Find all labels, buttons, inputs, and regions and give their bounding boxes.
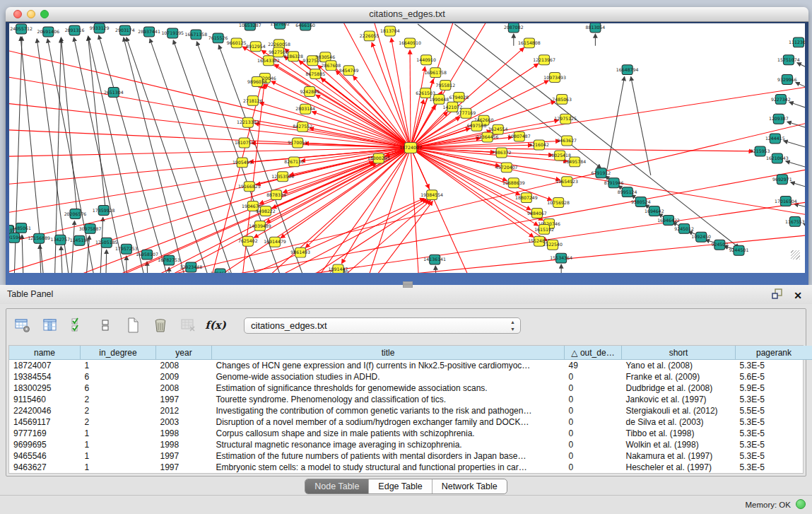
- graph-node[interactable]: 16154808: [518, 38, 541, 48]
- table-cell[interactable]: 2012: [156, 405, 212, 416]
- graph-node[interactable]: 1810755: [235, 138, 254, 148]
- graph-edge[interactable]: [366, 148, 411, 273]
- table-cell[interactable]: Changes of HCN gene expression and I(f) …: [212, 360, 565, 372]
- table-cell[interactable]: 1998: [156, 439, 212, 450]
- table-cell[interactable]: Structural magnetic resonance image aver…: [212, 439, 565, 450]
- graph-node[interactable]: 14136141: [423, 255, 446, 264]
- table-cell[interactable]: 5.5E-5: [736, 405, 812, 416]
- table-cell[interactable]: 2009: [156, 371, 212, 382]
- table-cell[interactable]: 0: [565, 462, 622, 473]
- table-row[interactable]: 2242004622012Investigating the contribut…: [9, 405, 812, 416]
- graph-node[interactable]: 10688639: [502, 178, 525, 188]
- table-cell[interactable]: Genome-wide association studies in ADHD.: [212, 371, 565, 382]
- delete-attribute-icon[interactable]: [150, 315, 171, 336]
- table-cell[interactable]: Jankovic et al. (1997): [622, 394, 736, 405]
- graph-node[interactable]: 24055712: [10, 24, 33, 34]
- graph-node[interactable]: 1694642: [645, 206, 664, 216]
- table-cell[interactable]: 5.3E-5: [736, 428, 812, 439]
- table-cell[interactable]: 9777169: [9, 428, 81, 439]
- graph-node[interactable]: 19166825: [238, 182, 261, 192]
- table-cell[interactable]: 5.9E-5: [736, 382, 812, 394]
- graph-edge[interactable]: [607, 77, 625, 171]
- graph-edge[interactable]: [61, 37, 76, 210]
- graph-edge[interactable]: [126, 37, 211, 273]
- graph-edge[interactable]: [804, 223, 805, 228]
- network-window-titlebar[interactable]: citations_edges.txt: [6, 7, 808, 22]
- window-zoom-button[interactable]: [40, 10, 49, 18]
- table-row[interactable]: 911546021997Tourette syndrome. Phenomeno…: [9, 394, 812, 405]
- table-cell[interactable]: 5.3E-5: [736, 462, 812, 473]
- table-cell[interactable]: 1: [81, 462, 156, 473]
- table-cell[interactable]: 0: [565, 439, 622, 450]
- table-row[interactable]: 946554611997Estimation of the future num…: [9, 450, 812, 462]
- table-cell[interactable]: 5.3E-5: [736, 439, 812, 450]
- table-row[interactable]: 969969511998Structural magnetic resonanc…: [9, 439, 812, 450]
- graph-node[interactable]: 1990448: [429, 94, 449, 104]
- graph-edge[interactable]: [342, 148, 411, 263]
- table-cell[interactable]: 2: [81, 405, 156, 416]
- table-cell[interactable]: Embryonic stem cells: a model to study s…: [212, 462, 565, 473]
- graph-node[interactable]: 7615526: [208, 33, 228, 43]
- column-select-icon[interactable]: [40, 315, 61, 336]
- graph-node[interactable]: 7955812: [435, 81, 455, 90]
- graph-node[interactable]: 1891447: [329, 264, 348, 273]
- table-cell[interactable]: 2: [81, 416, 156, 428]
- graph-edge[interactable]: [9, 100, 411, 148]
- table-cell[interactable]: 5.3E-5: [736, 394, 812, 405]
- table-cell[interactable]: 0: [565, 371, 622, 382]
- table-cell[interactable]: Franke et al. (2009): [622, 371, 736, 382]
- table-cell[interactable]: 9115460: [9, 394, 81, 405]
- table-cell[interactable]: 5.3E-5: [736, 416, 812, 428]
- graph-node[interactable]: 8675885: [305, 69, 325, 79]
- graph-node[interactable]: 16782753: [158, 255, 180, 265]
- graph-node[interactable]: 6466160: [295, 23, 315, 30]
- graph-node[interactable]: 10719195: [161, 28, 184, 38]
- table-cell[interactable]: 22420046: [9, 405, 81, 416]
- graph-edge[interactable]: [235, 201, 805, 273]
- graph-node[interactable]: 8215953: [751, 146, 770, 156]
- graph-node[interactable]: 19384554: [420, 190, 443, 200]
- graph-node[interactable]: 1813704: [380, 26, 400, 36]
- table-cell[interactable]: 5.6E-5: [736, 371, 812, 382]
- graph-node[interactable]: 9692971: [772, 175, 792, 185]
- table-cell[interactable]: 1: [81, 439, 156, 450]
- graph-node[interactable]: 9170051: [288, 138, 307, 148]
- table-row[interactable]: 1872400712008Changes of HCN gene express…: [9, 360, 812, 372]
- graph-edge[interactable]: [392, 38, 411, 148]
- table-cell[interactable]: Tibbo et al. (1998): [622, 428, 736, 439]
- graph-node[interactable]: 9227342: [771, 94, 791, 104]
- table-row[interactable]: 1938455462009Genome-wide association stu…: [9, 371, 812, 382]
- graph-node[interactable]: 3915941: [9, 233, 24, 243]
- graph-node[interactable]: 9463627: [557, 136, 577, 146]
- table-cell[interactable]: 2008: [156, 382, 212, 394]
- graph-edge[interactable]: [153, 148, 411, 273]
- graph-node[interactable]: 1342757: [51, 235, 71, 245]
- tab-network-table[interactable]: Network Table: [432, 479, 507, 493]
- graph-node[interactable]: 28937441: [138, 27, 160, 37]
- memory-status-dot[interactable]: [796, 499, 806, 509]
- graph-node[interactable]: 12156889: [28, 233, 50, 243]
- graph-node[interactable]: 10653287: [239, 23, 261, 30]
- graph-node[interactable]: 2903174: [115, 25, 135, 35]
- table-cell[interactable]: 6: [81, 382, 156, 394]
- table-cell[interactable]: Yano et al. (2008): [622, 360, 736, 372]
- table-cell[interactable]: Estimation of significance thresholds fo…: [212, 382, 565, 394]
- table-row[interactable]: 1830029562008Estimation of significance …: [9, 382, 812, 394]
- graph-node[interactable]: 1440910: [416, 55, 436, 65]
- table-cell[interactable]: 2003: [156, 416, 212, 428]
- table-cell[interactable]: 18724007: [9, 360, 81, 372]
- table-cell[interactable]: Tourette syndrome. Phenomenology and cla…: [212, 394, 565, 405]
- graph-node[interactable]: 17016504: [775, 197, 797, 206]
- graph-edge[interactable]: [88, 37, 105, 206]
- close-panel-icon[interactable]: ✕: [794, 291, 802, 300]
- panel-divider-grip[interactable]: [403, 281, 413, 288]
- table-cell[interactable]: 1997: [156, 394, 212, 405]
- graph-edge[interactable]: [784, 141, 805, 150]
- graph-node[interactable]: 16671358: [185, 30, 208, 40]
- graph-edge[interactable]: [796, 83, 805, 91]
- graph-node[interactable]: 1112304: [789, 37, 805, 47]
- table-cell[interactable]: 19384554: [9, 371, 81, 382]
- table-cell[interactable]: Corpus callosum shape and size in male p…: [212, 428, 565, 439]
- float-panel-icon[interactable]: [772, 288, 782, 302]
- graph-node[interactable]: 12213383: [237, 117, 259, 127]
